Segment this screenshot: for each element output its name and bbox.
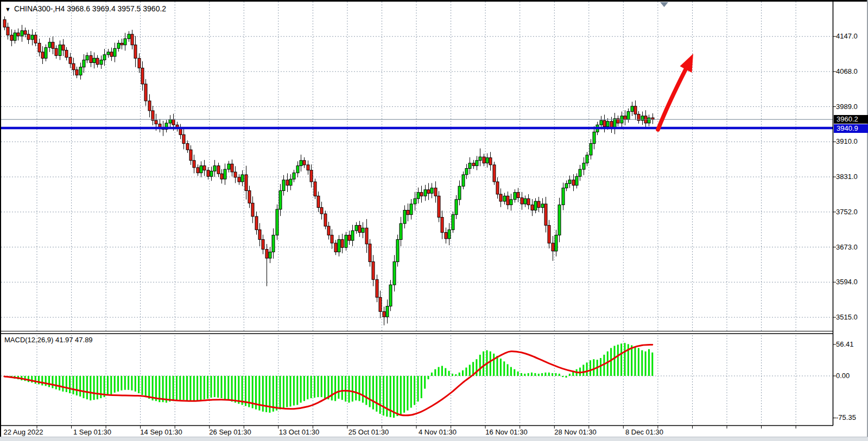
- price-axis-label: 3515.0: [836, 313, 858, 321]
- symbol-dropdown-icon[interactable]: ▼: [5, 6, 11, 12]
- time-axis-label: 13 Oct 01:30: [279, 428, 319, 436]
- time-axis-label: 22 Aug 2022: [3, 428, 43, 436]
- time-axis-label: 14 Sep 01:30: [140, 428, 182, 436]
- bullish-arrow[interactable]: [658, 54, 693, 130]
- chart-window: ▼CHINA300-,H4 3968.6 3969.4 3957.5 3960.…: [0, 0, 868, 441]
- current-price-tag: 3960.2: [834, 115, 868, 124]
- price-axis-label: 3831.0: [836, 172, 858, 181]
- price-axis-label: 3673.0: [836, 243, 858, 251]
- price-axis-label: 4068.0: [836, 67, 858, 75]
- time-axis-label: 4 Nov 01:30: [419, 428, 457, 436]
- price-axis-label: 3910.0: [836, 137, 858, 145]
- level-price-tag: 3940.9: [834, 124, 868, 133]
- candlestick-series: [3, 16, 654, 325]
- macd-indicator-label: MACD(12,26,9) 41.97 47.89: [4, 336, 93, 344]
- macd-axis-label: 0.00: [836, 372, 850, 380]
- price-axis-label: 4147.0: [836, 32, 858, 40]
- window-border-top: [0, 0, 868, 2]
- quote-ohlc-label: 3968.6 3969.4 3957.5 3960.2: [67, 4, 166, 13]
- chart-title: ▼CHINA300-,H4 3968.6 3969.4 3957.5 3960.…: [5, 4, 166, 13]
- time-axis-label: 25 Oct 01:30: [349, 428, 389, 436]
- time-axis-label: 16 Nov 01:30: [485, 428, 527, 436]
- window-border-left: [0, 0, 1, 437]
- macd-axis-label: 56.41: [836, 340, 854, 348]
- price-axis-label: 3989.0: [836, 103, 858, 111]
- price-axis-label: 3752.0: [836, 208, 858, 216]
- chart-shift-marker-icon[interactable]: [660, 2, 668, 7]
- time-axis-label: 8 Dec 01:30: [625, 428, 663, 436]
- window-bottom-edge: [0, 437, 868, 441]
- time-axis-label: 28 Nov 01:30: [554, 428, 596, 436]
- time-axis-label: 1 Sep 01:30: [73, 428, 111, 436]
- time-axis-label: 26 Sep 01:30: [209, 428, 251, 436]
- macd-histogram: [4, 343, 654, 418]
- chart-plot-area[interactable]: [0, 0, 868, 441]
- macd-axis-label: -75.35: [836, 413, 856, 421]
- price-axis-label: 3594.0: [836, 278, 858, 286]
- symbol-period-label: CHINA300-,H4: [14, 4, 65, 13]
